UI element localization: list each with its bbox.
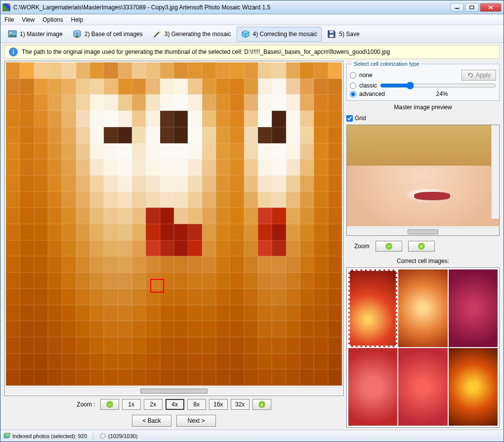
- menu-file[interactable]: File: [4, 16, 14, 23]
- mosaic-hscroll[interactable]: [6, 387, 342, 395]
- content-area: Zoom : − 1x 2x 4x 8x 16x 32x + < Back Ne…: [0, 60, 504, 430]
- image-icon: [8, 30, 17, 39]
- group-title: Select cell colorization type: [352, 61, 421, 67]
- minus-icon: −: [106, 401, 113, 408]
- floppy-icon: [327, 30, 336, 39]
- right-pane: Select cell colorization type none Apply: [346, 61, 500, 428]
- grid-checkbox-row[interactable]: Grid: [346, 115, 500, 122]
- status-indexed: Indexed photos (selected): 920: [12, 433, 87, 439]
- zoom-32x[interactable]: 32x: [231, 399, 250, 410]
- wizard-toolbar: 1) Master image 2) Base of cell images 3…: [0, 25, 504, 43]
- correct-cells-title: Correct cell images:: [346, 258, 500, 265]
- cell-thumb-2[interactable]: [449, 269, 498, 347]
- minus-icon: −: [385, 243, 392, 250]
- zoom-label: Zoom :: [77, 401, 95, 408]
- preview-image[interactable]: [347, 125, 499, 226]
- step-label: 4) Correcting the mosaic: [253, 31, 318, 38]
- zoom-4x[interactable]: 4x: [166, 399, 184, 410]
- zoom-1x[interactable]: 1x: [122, 399, 141, 410]
- info-bar: i The path to the original image used fo…: [4, 45, 500, 59]
- preview-zoom-label: Zoom: [354, 243, 370, 250]
- svg-rect-12: [5, 433, 10, 437]
- menu-view[interactable]: View: [22, 16, 35, 23]
- main-zoom-row: Zoom : − 1x 2x 4x 8x 16x 32x +: [4, 396, 343, 413]
- zoom-2x[interactable]: 2x: [144, 399, 163, 410]
- refresh-icon: [467, 72, 474, 79]
- next-button[interactable]: Next >: [176, 415, 216, 427]
- menubar: File View Options Help: [0, 14, 504, 25]
- status-progress: (1029/1030): [108, 433, 137, 439]
- wand-icon: [153, 30, 162, 39]
- cell-thumb-5[interactable]: [449, 348, 498, 426]
- radio-advanced[interactable]: [350, 91, 356, 97]
- svg-rect-9: [330, 31, 334, 33]
- photos-icon: [3, 433, 10, 440]
- mosaic-frame: [4, 61, 343, 396]
- plus-icon: +: [418, 243, 425, 250]
- cell-thumb-0[interactable]: [348, 269, 397, 347]
- window-controls: [450, 3, 502, 12]
- svg-point-13: [100, 434, 105, 439]
- maximize-button[interactable]: [465, 3, 479, 12]
- radio-classic[interactable]: [350, 83, 356, 89]
- statusbar: Indexed photos (selected): 920 (1029/103…: [0, 430, 504, 442]
- preview-hscroll[interactable]: [347, 227, 499, 235]
- cell-thumb-4[interactable]: [398, 348, 447, 426]
- nav-buttons: < Back Next >: [4, 413, 343, 428]
- zoom-in-button[interactable]: +: [252, 399, 271, 410]
- mosaic-pane: Zoom : − 1x 2x 4x 8x 16x 32x + < Back Ne…: [4, 61, 343, 428]
- step-label: 5) Save: [339, 31, 359, 38]
- mosaic-canvas[interactable]: [6, 62, 342, 386]
- minimize-button[interactable]: [450, 3, 464, 12]
- menu-help[interactable]: Help: [71, 16, 84, 23]
- zoom-16x[interactable]: 16x: [209, 399, 228, 410]
- database-icon: [73, 30, 82, 39]
- grid-label: Grid: [355, 115, 366, 122]
- app-icon: [2, 3, 10, 11]
- back-button[interactable]: < Back: [132, 415, 171, 427]
- zoom-8x[interactable]: 8x: [187, 399, 206, 410]
- app-window: C:\WORK_Largematerials\MasterImages\3337…: [0, 0, 504, 442]
- colorization-percent: 24%: [388, 90, 496, 97]
- preview-box: [346, 125, 500, 236]
- step-label: 2) Base of cell images: [84, 31, 143, 38]
- colorization-group: Select cell colorization type none Apply: [346, 61, 500, 101]
- radio-none[interactable]: [350, 72, 356, 79]
- svg-line-7: [154, 32, 159, 37]
- svg-rect-10: [330, 35, 334, 37]
- grid-overlay: [347, 125, 499, 226]
- info-text: The path to the original image used for …: [22, 48, 390, 55]
- close-button[interactable]: [480, 3, 502, 12]
- radio-label-none: none: [359, 72, 373, 79]
- colorization-slider[interactable]: [380, 82, 496, 89]
- preview-zoom-out[interactable]: −: [376, 241, 402, 252]
- step-generate[interactable]: 3) Generating the mosaic: [148, 27, 236, 42]
- svg-rect-1: [470, 6, 474, 9]
- window-title: C:\WORK_Largematerials\MasterImages\3337…: [13, 4, 450, 11]
- plus-icon: +: [258, 401, 265, 408]
- svg-point-5: [10, 32, 12, 34]
- cell-thumb-3[interactable]: [348, 348, 397, 426]
- step-save[interactable]: 5) Save: [323, 27, 364, 42]
- step-base-cells[interactable]: 2) Base of cell images: [68, 27, 147, 42]
- cube-icon: [241, 30, 250, 39]
- spinner-icon: [99, 433, 106, 440]
- step-label: 3) Generating the mosaic: [165, 31, 231, 38]
- step-master-image[interactable]: 1) Master image: [3, 27, 67, 42]
- selected-cell-marker[interactable]: [150, 279, 164, 293]
- grid-checkbox[interactable]: [346, 115, 353, 122]
- preview-title: Master image preview: [346, 104, 500, 111]
- step-correct[interactable]: 4) Correcting the mosaic: [237, 27, 322, 42]
- step-label: 1) Master image: [20, 31, 63, 38]
- radio-label-advanced: advanced: [359, 90, 385, 97]
- apply-button[interactable]: Apply: [462, 70, 496, 81]
- titlebar[interactable]: C:\WORK_Largematerials\MasterImages\3337…: [0, 0, 504, 14]
- preview-zoom-in[interactable]: +: [408, 241, 435, 252]
- radio-label-classic: classic: [359, 82, 377, 89]
- preview-vscroll[interactable]: [491, 125, 499, 219]
- menu-options[interactable]: Options: [42, 16, 63, 23]
- zoom-out-button[interactable]: −: [100, 399, 119, 410]
- preview-zoom-row: Zoom − +: [346, 238, 500, 255]
- cell-thumb-1[interactable]: [398, 269, 447, 347]
- info-icon: i: [9, 47, 18, 56]
